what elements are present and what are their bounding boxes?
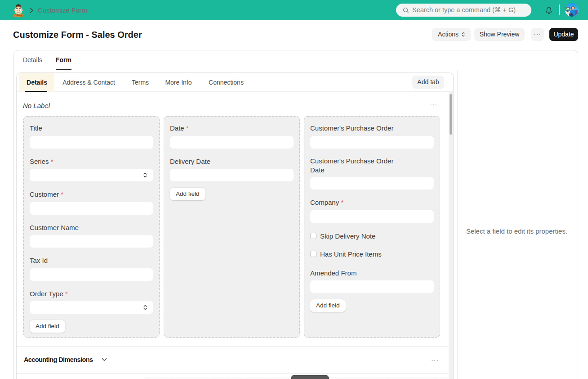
svg-text:Li Gang: Li Gang [15, 14, 22, 17]
